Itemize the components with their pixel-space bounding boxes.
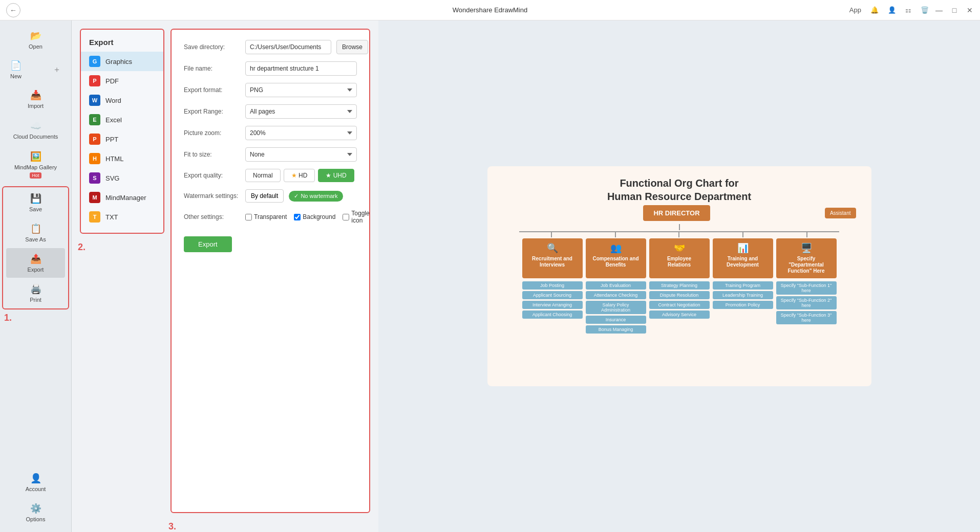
sub-items-row: Job Posting Applicant Sourcing Interview… xyxy=(498,281,861,334)
sub-contract: Contract Negotiation xyxy=(649,301,710,309)
sub-job-posting: Job Posting xyxy=(522,281,583,290)
recruitment-subs: Job Posting Applicant Sourcing Interview… xyxy=(522,281,583,334)
quality-hd-button[interactable]: ★ HD xyxy=(284,169,315,182)
export-type-excel[interactable]: E Excel xyxy=(81,110,163,129)
graphics-icon: G xyxy=(89,56,100,67)
export-range-label: Export Range: xyxy=(184,108,240,115)
export-icon: 📤 xyxy=(30,253,41,264)
sub-function-1: Specify "Sub-Function 1" here xyxy=(776,281,837,295)
file-name-row: File name: xyxy=(184,61,357,76)
export-type-graphics[interactable]: G Graphics xyxy=(81,52,163,71)
picture-zoom-label: Picture zoom: xyxy=(184,129,240,137)
sidebar-label-print: Print xyxy=(30,297,41,303)
back-button[interactable]: ← xyxy=(6,3,20,17)
word-icon: W xyxy=(89,95,100,106)
export-type-html-label: HTML xyxy=(105,155,123,163)
export-type-excel-label: Excel xyxy=(105,116,122,124)
save-directory-row: Save directory: Browse xyxy=(184,40,357,54)
export-panel-header: Export xyxy=(81,36,163,52)
sidebar-item-gallery[interactable]: 🖼️ MindMap Gallery Hot xyxy=(3,146,68,184)
grid-icon[interactable]: ⚏ xyxy=(905,6,911,14)
background-checkbox[interactable] xyxy=(294,214,301,220)
transparent-checkbox-label[interactable]: Transparent xyxy=(245,213,287,220)
export-type-html[interactable]: H HTML xyxy=(81,149,163,168)
mindmanager-icon: M xyxy=(89,192,100,203)
sub-salary-policy: Salary Policy Administration xyxy=(586,301,646,314)
sidebar-item-cloud[interactable]: ☁️ Cloud Documents xyxy=(3,115,68,145)
sidebar-item-open[interactable]: 📂 Open xyxy=(3,25,68,55)
sidebar-item-saveas[interactable]: 📋 Save As xyxy=(6,218,65,248)
transparent-checkbox[interactable] xyxy=(245,214,252,220)
export-format-label: Export format: xyxy=(184,86,240,94)
save-icon: 💾 xyxy=(30,193,41,204)
export-type-panel: Export G Graphics P PDF W Word E Excel xyxy=(80,29,164,234)
watermark-bydefault-button[interactable]: By default xyxy=(245,189,284,203)
sub-strategy: Strategy Planning xyxy=(649,281,710,290)
background-checkbox-label[interactable]: Background xyxy=(294,213,335,220)
export-type-word[interactable]: W Word xyxy=(81,91,163,110)
new-plus-icon[interactable]: ＋ xyxy=(53,64,61,75)
sidebar-item-options[interactable]: ⚙️ Options xyxy=(3,498,68,527)
trash-icon[interactable]: 🗑️ xyxy=(921,6,929,14)
quality-uhd-button[interactable]: ★ UHD xyxy=(318,169,354,182)
main-layout: 📂 Open 📄 New ＋ 📥 Import ☁️ Cloud Documen… xyxy=(0,20,980,532)
dept-training: 📊 Training andDevelopment xyxy=(713,238,773,278)
sidebar-label-new: New xyxy=(10,73,22,79)
toggle-icon-checkbox-label[interactable]: Toggle icon xyxy=(343,210,369,224)
export-settings-panel: Save directory: Browse File name: Export… xyxy=(171,29,370,513)
background-label: Background xyxy=(303,213,335,220)
quality-normal-button[interactable]: Normal xyxy=(245,169,281,182)
dept-compensation: 👥 Compensation andBenefits xyxy=(586,238,646,278)
export-type-ppt[interactable]: P PPT xyxy=(81,129,163,149)
export-type-pdf[interactable]: P PDF xyxy=(81,71,163,91)
connector-v-main xyxy=(679,224,680,230)
export-range-select[interactable]: All pages Current page xyxy=(245,104,357,119)
user-icon[interactable]: 👤 xyxy=(888,6,896,14)
minimize-button[interactable]: — xyxy=(934,6,944,14)
toggle-icon-checkbox[interactable] xyxy=(343,214,349,220)
hr-director-box: HR DIRECTOR xyxy=(643,205,710,221)
export-type-txt[interactable]: T TXT xyxy=(81,207,163,227)
excel-icon: E xyxy=(89,114,100,125)
save-directory-input[interactable] xyxy=(245,40,331,54)
file-name-label: File name: xyxy=(184,65,240,72)
watermark-check-icon: ✓ xyxy=(294,193,299,199)
export-type-mindmanager-label: MindManager xyxy=(105,194,146,202)
sidebar-label-options: Options xyxy=(26,516,46,522)
recruitment-icon: 🔍 xyxy=(547,242,558,254)
print-icon: 🖨️ xyxy=(30,283,41,295)
sidebar-item-account[interactable]: 👤 Account xyxy=(3,468,68,497)
fit-to-size-row: Fit to size: None A4 A3 xyxy=(184,147,357,162)
export-range-row: Export Range: All pages Current page xyxy=(184,104,357,119)
picture-zoom-select[interactable]: 200% 100% 150% 300% xyxy=(245,126,357,140)
fit-to-size-select[interactable]: None A4 A3 xyxy=(245,147,357,162)
compensation-icon: 👥 xyxy=(610,242,622,254)
browse-button[interactable]: Browse xyxy=(336,40,368,54)
file-name-input[interactable] xyxy=(245,61,357,76)
bell-icon[interactable]: 🔔 xyxy=(870,6,879,14)
connector-dept-3 xyxy=(678,232,679,237)
watermark-badge[interactable]: ✓ No wartermark xyxy=(289,191,343,202)
sub-attendance: Attendance Checking xyxy=(586,291,646,299)
dept-specify: 🖥️ Specify "DepartmentalFunction" Here xyxy=(776,238,837,278)
sidebar-item-save[interactable]: 💾 Save xyxy=(6,188,65,217)
sub-advisory: Advisory Service xyxy=(649,311,710,319)
export-button[interactable]: Export xyxy=(184,236,232,252)
maximize-button[interactable]: □ xyxy=(949,6,960,14)
app-icon[interactable]: App xyxy=(849,6,861,14)
sidebar-label-import: Import xyxy=(28,103,44,109)
close-button[interactable]: ✕ xyxy=(965,6,975,14)
ppt-icon: P xyxy=(89,134,100,145)
sidebar-item-new[interactable]: 📄 New ＋ xyxy=(3,56,68,83)
sidebar-item-print[interactable]: 🖨️ Print xyxy=(6,278,65,308)
picture-zoom-row: Picture zoom: 200% 100% 150% 300% xyxy=(184,126,357,140)
options-icon: ⚙️ xyxy=(30,503,41,514)
uhd-star-icon: ★ xyxy=(326,172,331,179)
export-type-mindmanager[interactable]: M MindManager xyxy=(81,188,163,207)
sidebar-item-export[interactable]: 📤 Export xyxy=(6,248,65,278)
saveas-icon: 📋 xyxy=(30,223,41,234)
sub-applicant-sourcing: Applicant Sourcing xyxy=(522,291,583,299)
export-format-select[interactable]: PNG JPG BMP SVG xyxy=(245,83,357,97)
export-type-svg[interactable]: S SVG xyxy=(81,168,163,188)
sidebar-item-import[interactable]: 📥 Import xyxy=(3,84,68,114)
